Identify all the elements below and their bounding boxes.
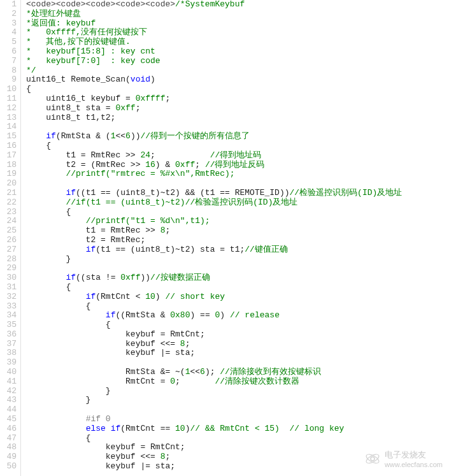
code-line: { [26, 208, 449, 217]
line-number: 34 [3, 311, 17, 321]
line-number: 28 [3, 255, 17, 264]
code-line: uint16_t Remote_Scan(void) [26, 75, 449, 85]
watermark-cn: 电子发烧友 [385, 449, 443, 461]
code-line: { [26, 85, 449, 94]
line-number: 49 [3, 452, 17, 462]
code-line: } [26, 387, 449, 396]
code-line: t2 = RmtRec; [26, 236, 449, 245]
code-line [26, 358, 449, 368]
code-line: keybuf = RmtCnt; [26, 330, 449, 340]
code-line: if(t1 == (uint8_t)~t2) sta = t1;//键值正确 [26, 245, 449, 255]
code-line: } [26, 255, 449, 264]
line-number: 11 [3, 94, 17, 104]
code-line: //if(t1 == (uint8_t)~t2)//检验遥控识别码(ID)及地址 [26, 198, 449, 208]
line-number: 14 [3, 122, 17, 132]
line-number: 20 [3, 179, 17, 189]
line-number: 37 [3, 340, 17, 349]
line-number: 47 [3, 434, 17, 444]
line-number: 22 [3, 198, 17, 208]
line-number: 16 [3, 141, 17, 151]
svg-point-0 [371, 457, 374, 461]
line-number: 32 [3, 292, 17, 302]
line-number: 39 [3, 358, 17, 368]
line-number: 19 [3, 169, 17, 179]
code-line: uint8_t t1,t2; [26, 113, 449, 123]
line-number: 46 [3, 424, 17, 434]
line-number: 21 [3, 189, 17, 198]
line-number: 23 [3, 208, 17, 217]
code-line [26, 264, 449, 273]
code-area: <code><code><code><code><code>/*SystemKe… [21, 0, 449, 476]
code-editor: 1234567891011121314151617181920212223242… [0, 0, 449, 476]
line-number: 42 [3, 387, 17, 396]
code-line: t1 = RmtRec >> 8; [26, 226, 449, 236]
line-number: 30 [3, 273, 17, 283]
code-line: *返回值: keybuf [26, 19, 449, 29]
line-number: 13 [3, 113, 17, 123]
code-line: * 0xffff,没有任何按键按下 [26, 28, 449, 38]
line-number: 1 [3, 0, 17, 10]
code-line: { [26, 283, 449, 292]
watermark-text: 电子发烧友 www.elecfans.com [385, 449, 443, 468]
line-number: 2 [3, 10, 17, 19]
line-number: 48 [3, 443, 17, 452]
code-line: * keybuf[7:0] : key code [26, 57, 449, 66]
line-number: 3 [3, 19, 17, 29]
code-line: * 其他,按下的按键键值. [26, 38, 449, 47]
line-number: 25 [3, 226, 17, 236]
line-number: 38 [3, 349, 17, 358]
line-number: 12 [3, 104, 17, 113]
watermark: 电子发烧友 www.elecfans.com [364, 449, 443, 468]
code-line: if((sta != 0xff))//按键数据正确 [26, 273, 449, 283]
line-number: 44 [3, 405, 17, 415]
line-number: 40 [3, 368, 17, 377]
code-line: { [26, 321, 449, 330]
code-line: { [26, 141, 449, 151]
code-line: <code><code><code><code><code>/*SystemKe… [26, 0, 449, 10]
code-line: if(RmtSta & (1<<6))//得到一个按键的所有信息了 [26, 132, 449, 141]
code-line: } [26, 396, 449, 405]
line-number: 45 [3, 415, 17, 424]
line-number: 5 [3, 38, 17, 47]
line-number: 27 [3, 245, 17, 255]
line-number: 31 [3, 283, 17, 292]
line-number: 10 [3, 85, 17, 94]
code-line: if((RmtSta & 0x80) == 0) // release [26, 311, 449, 321]
code-line: if(RmtCnt < 10) // short key [26, 292, 449, 302]
line-number: 4 [3, 28, 17, 38]
code-line: *处理红外键盘 [26, 10, 449, 19]
line-number-gutter: 1234567891011121314151617181920212223242… [0, 0, 21, 476]
code-line: else if(RmtCnt == 10)// && RmtCnt < 15) … [26, 424, 449, 434]
line-number: 15 [3, 132, 17, 141]
line-number: 24 [3, 217, 17, 226]
code-line: * keybuf[15:8] : key cnt [26, 47, 449, 57]
code-line [26, 405, 449, 415]
line-number: 33 [3, 302, 17, 312]
code-line: if((t1 == (uint8_t)~t2) && (t1 == REMOTE… [26, 189, 449, 198]
code-line: #if 0 [26, 415, 449, 424]
code-line: keybuf <<= 8; [26, 340, 449, 349]
code-line: t2 = (RmtRec >> 16) & 0xff; //得到地址反码 [26, 161, 449, 170]
code-line: uint16_t keybuf = 0xffff; [26, 94, 449, 104]
line-number: 17 [3, 151, 17, 161]
line-number: 43 [3, 396, 17, 405]
code-line: //printf("t1 = %d\n",t1); [26, 217, 449, 226]
line-number: 50 [3, 462, 17, 472]
code-line: t1 = RmtRec >> 24; //得到地址码 [26, 151, 449, 161]
line-number: 8 [3, 66, 17, 76]
watermark-url: www.elecfans.com [385, 461, 443, 468]
code-line: RmtCnt = 0; //清除按键次数计数器 [26, 377, 449, 387]
code-line: keybuf |= sta; [26, 349, 449, 358]
code-line: uint8_t sta = 0xff; [26, 104, 449, 113]
line-number: 26 [3, 236, 17, 245]
line-number: 29 [3, 264, 17, 273]
code-line: */ [26, 66, 449, 76]
line-number: 35 [3, 321, 17, 330]
line-number: 6 [3, 47, 17, 57]
code-line: { [26, 434, 449, 444]
logo-icon [364, 451, 381, 467]
line-number: 36 [3, 330, 17, 340]
code-line: { [26, 302, 449, 312]
code-line [26, 179, 449, 189]
line-number: 41 [3, 377, 17, 387]
